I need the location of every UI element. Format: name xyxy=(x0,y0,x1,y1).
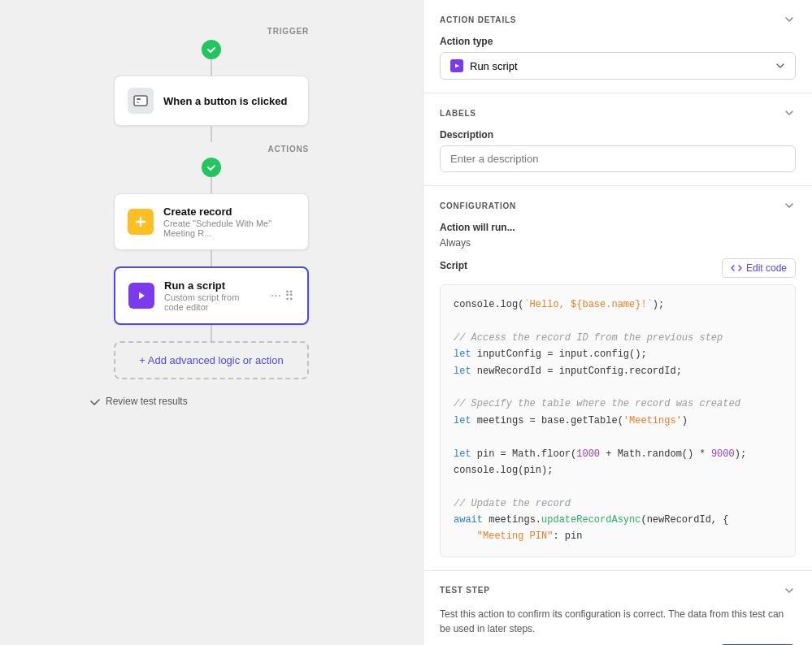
code-block: console.log(`Hello, ${base.name}!`); // … xyxy=(440,284,796,557)
action-type-label: Action type xyxy=(440,36,796,47)
labels-title: LABELS xyxy=(440,109,476,118)
run-script-icon xyxy=(128,283,154,309)
config-header: CONFIGURATION xyxy=(440,199,796,212)
action-details-header: ACTION DETAILS xyxy=(440,13,796,26)
code-icon xyxy=(731,262,742,274)
create-record-title: Create record xyxy=(163,206,295,218)
play-icon xyxy=(450,59,463,72)
code-line-blank-4 xyxy=(454,478,782,495)
action-type-select[interactable]: Run script xyxy=(440,52,796,80)
check-small-icon xyxy=(89,396,101,407)
flow-line-3 xyxy=(211,177,212,193)
trigger-icon xyxy=(128,88,154,114)
labels-header: LABELS xyxy=(440,106,796,119)
svg-rect-0 xyxy=(134,96,147,106)
test-step-header: TEST STEP xyxy=(440,584,796,597)
configuration-section: CONFIGURATION Action will run... Always … xyxy=(423,186,812,571)
description-label: Description xyxy=(440,129,796,141)
run-script-text: Run a script Custom script from code edi… xyxy=(164,279,261,312)
card-more-icon[interactable]: ··· xyxy=(271,288,281,304)
code-line-comment-2: // Specify the table where the record wa… xyxy=(454,396,782,412)
code-line-8: console.log(pin); xyxy=(454,462,782,478)
card-drag-icon[interactable]: ⠿ xyxy=(284,288,294,304)
description-input[interactable] xyxy=(440,145,796,172)
code-line-6: let meetings = base.getTable('Meetings') xyxy=(454,413,782,429)
labels-chevron[interactable] xyxy=(783,106,796,119)
config-title: CONFIGURATION xyxy=(440,201,516,210)
action-will-run-label: Action will run... xyxy=(440,222,515,233)
add-logic-button[interactable]: + Add advanced logic or action xyxy=(114,341,309,379)
flow-line-2 xyxy=(211,126,212,142)
config-chevron[interactable] xyxy=(783,199,796,212)
create-record-icon xyxy=(128,209,154,235)
left-panel: TRIGGER When a button is clicked xyxy=(0,0,423,645)
run-script-subtitle: Custom script from code editor xyxy=(164,292,261,312)
actions-label: ACTIONS xyxy=(267,145,309,154)
script-header-row: Script Edit code xyxy=(440,258,796,278)
test-step-chevron[interactable] xyxy=(783,584,796,597)
svg-rect-1 xyxy=(137,98,141,100)
action-type-chevron xyxy=(775,61,785,71)
flow-line-1 xyxy=(211,59,212,76)
edit-code-label: Edit code xyxy=(746,262,787,274)
code-line-blank-2 xyxy=(454,379,782,396)
code-line-blank-1 xyxy=(454,313,782,329)
test-step-description: Test this action to confirm its configur… xyxy=(440,607,796,636)
edit-code-button[interactable]: Edit code xyxy=(722,258,796,278)
create-record-subtitle: Create "Schedule With Me" Meeting R... xyxy=(163,219,295,238)
trigger-card-title: When a button is clicked xyxy=(163,95,287,107)
flow-line-4 xyxy=(211,250,212,266)
run-script-title: Run a script xyxy=(164,279,261,292)
action-will-run-row: Action will run... xyxy=(440,222,796,233)
run-script-card[interactable]: Run a script Custom script from code edi… xyxy=(114,266,309,325)
code-line-10: "Meeting PIN": pin xyxy=(454,528,782,544)
action-will-run-value: Always xyxy=(440,237,471,249)
code-line-3: let inputConfig = input.config(); xyxy=(454,346,782,362)
action-details-section: ACTION DETAILS Action type Run script xyxy=(423,0,812,93)
action-type-value: Run script xyxy=(470,60,775,72)
trigger-card[interactable]: When a button is clicked xyxy=(114,76,309,126)
action-details-chevron[interactable] xyxy=(783,13,796,26)
flow-container: TRIGGER When a button is clicked xyxy=(41,24,382,407)
create-record-text: Create record Create "Schedule With Me" … xyxy=(163,206,295,238)
script-label: Script xyxy=(440,260,467,271)
action-details-title: ACTION DETAILS xyxy=(440,15,516,24)
flow-line-5 xyxy=(211,325,212,341)
trigger-card-text: When a button is clicked xyxy=(163,95,287,107)
card-action-icons: ··· ⠿ xyxy=(271,288,294,304)
create-record-card[interactable]: Create record Create "Schedule With Me" … xyxy=(114,193,309,250)
code-line-comment-3: // Update the record xyxy=(454,496,782,512)
labels-section: LABELS Description xyxy=(423,93,812,186)
right-panel: ACTION DETAILS Action type Run script LA… xyxy=(423,0,812,645)
review-label: Review test results xyxy=(106,396,188,407)
trigger-check xyxy=(202,40,221,59)
code-line-9: await meetings.updateRecordAsync(newReco… xyxy=(454,512,782,528)
code-line-blank-3 xyxy=(454,429,782,445)
code-line-7: let pin = Math.floor(1000 + Math.random(… xyxy=(454,446,782,462)
code-line-comment-1: // Access the record ID from the previou… xyxy=(454,330,782,346)
review-step[interactable]: Review test results xyxy=(89,396,188,407)
test-step-section: TEST STEP Test this action to confirm it… xyxy=(423,571,812,645)
actions-check xyxy=(202,158,221,177)
test-step-title: TEST STEP xyxy=(440,586,490,595)
code-line-1: console.log(`Hello, ${base.name}!`); xyxy=(454,297,782,313)
code-line-4: let newRecordId = inputConfig.recordId; xyxy=(454,363,782,379)
trigger-label: TRIGGER xyxy=(267,27,309,36)
svg-rect-2 xyxy=(137,102,139,103)
